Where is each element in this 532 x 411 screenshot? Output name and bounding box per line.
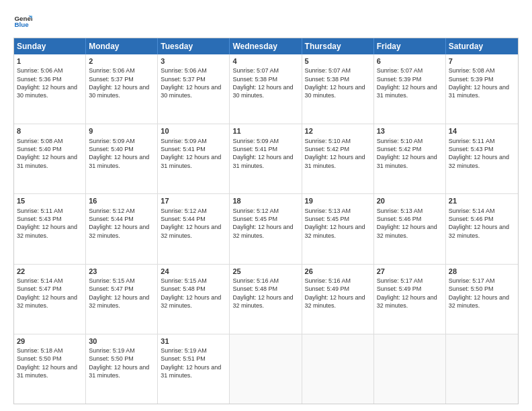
day-number: 8	[17, 126, 83, 136]
calendar-cell: 30 Sunrise: 5:19 AMSunset: 5:50 PMDaylig…	[86, 334, 158, 404]
calendar-cell: 3 Sunrise: 5:06 AMSunset: 5:37 PMDayligh…	[158, 54, 230, 124]
day-number: 10	[161, 126, 226, 136]
day-info: Sunrise: 5:06 AMSunset: 5:37 PMDaylight:…	[161, 67, 221, 99]
calendar-cell: 24 Sunrise: 5:15 AMSunset: 5:48 PMDaylig…	[158, 265, 230, 334]
calendar-cell: 4 Sunrise: 5:07 AMSunset: 5:38 PMDayligh…	[230, 54, 302, 124]
day-number: 21	[449, 196, 515, 205]
day-info: Sunrise: 5:15 AMSunset: 5:48 PMDaylight:…	[161, 277, 221, 309]
day-number: 15	[17, 196, 83, 205]
calendar-week-1: 1 Sunrise: 5:06 AMSunset: 5:36 PMDayligh…	[14, 54, 518, 124]
day-number: 29	[17, 336, 83, 346]
day-info: Sunrise: 5:11 AMSunset: 5:43 PMDaylight:…	[17, 208, 77, 239]
day-info: Sunrise: 5:09 AMSunset: 5:40 PMDaylight:…	[89, 138, 149, 169]
svg-text:Blue: Blue	[14, 21, 29, 28]
calendar-cell: 1 Sunrise: 5:06 AMSunset: 5:36 PMDayligh…	[14, 54, 86, 124]
calendar-week-5: 29 Sunrise: 5:18 AMSunset: 5:50 PMDaylig…	[14, 334, 518, 404]
day-number: 16	[89, 196, 154, 205]
calendar-week-4: 22 Sunrise: 5:14 AMSunset: 5:47 PMDaylig…	[14, 265, 518, 334]
day-number: 2	[89, 56, 154, 66]
calendar-cell: 21 Sunrise: 5:14 AMSunset: 5:46 PMDaylig…	[446, 194, 518, 263]
calendar-cell: 15 Sunrise: 5:11 AMSunset: 5:43 PMDaylig…	[14, 194, 86, 263]
day-info: Sunrise: 5:09 AMSunset: 5:41 PMDaylight:…	[232, 138, 293, 169]
calendar-header-wednesday: Wednesday	[230, 38, 302, 54]
calendar-header-thursday: Thursday	[302, 38, 374, 54]
calendar-cell: 16 Sunrise: 5:12 AMSunset: 5:44 PMDaylig…	[86, 194, 158, 263]
calendar-header-monday: Monday	[86, 38, 158, 54]
day-info: Sunrise: 5:07 AMSunset: 5:39 PMDaylight:…	[377, 67, 437, 99]
day-info: Sunrise: 5:17 AMSunset: 5:49 PMDaylight:…	[377, 277, 437, 309]
day-info: Sunrise: 5:13 AMSunset: 5:45 PMDaylight:…	[305, 208, 365, 239]
day-info: Sunrise: 5:19 AMSunset: 5:50 PMDaylight:…	[89, 347, 149, 379]
calendar-header-row: SundayMondayTuesdayWednesdayThursdayFrid…	[14, 38, 518, 54]
day-info: Sunrise: 5:10 AMSunset: 5:42 PMDaylight:…	[377, 138, 437, 169]
day-number: 30	[89, 336, 154, 346]
day-info: Sunrise: 5:07 AMSunset: 5:38 PMDaylight:…	[305, 67, 365, 99]
calendar-cell: 31 Sunrise: 5:19 AMSunset: 5:51 PMDaylig…	[158, 334, 230, 404]
day-number: 4	[232, 56, 298, 66]
calendar-week-3: 15 Sunrise: 5:11 AMSunset: 5:43 PMDaylig…	[14, 194, 518, 264]
day-info: Sunrise: 5:12 AMSunset: 5:44 PMDaylight:…	[89, 208, 149, 239]
calendar-body: 1 Sunrise: 5:06 AMSunset: 5:36 PMDayligh…	[14, 54, 518, 404]
calendar-cell: 10 Sunrise: 5:09 AMSunset: 5:41 PMDaylig…	[158, 124, 230, 193]
day-number: 1	[17, 56, 83, 66]
day-number: 25	[232, 267, 298, 276]
day-number: 11	[232, 126, 298, 136]
calendar-cell: 2 Sunrise: 5:06 AMSunset: 5:37 PMDayligh…	[86, 54, 158, 124]
day-number: 17	[161, 196, 226, 205]
calendar-cell: 28 Sunrise: 5:17 AMSunset: 5:50 PMDaylig…	[446, 265, 518, 334]
calendar-cell	[302, 334, 374, 404]
day-info: Sunrise: 5:12 AMSunset: 5:44 PMDaylight:…	[161, 208, 221, 239]
day-number: 5	[305, 56, 371, 66]
day-info: Sunrise: 5:13 AMSunset: 5:46 PMDaylight:…	[377, 208, 437, 239]
calendar-cell: 6 Sunrise: 5:07 AMSunset: 5:39 PMDayligh…	[374, 54, 446, 124]
day-number: 28	[449, 267, 515, 276]
calendar-cell: 11 Sunrise: 5:09 AMSunset: 5:41 PMDaylig…	[230, 124, 302, 193]
calendar-cell: 8 Sunrise: 5:08 AMSunset: 5:40 PMDayligh…	[14, 124, 86, 193]
day-info: Sunrise: 5:12 AMSunset: 5:45 PMDaylight:…	[232, 208, 293, 239]
calendar-cell: 7 Sunrise: 5:08 AMSunset: 5:39 PMDayligh…	[446, 54, 518, 124]
calendar-cell	[374, 334, 446, 404]
calendar-header-friday: Friday	[374, 38, 446, 54]
calendar-cell: 29 Sunrise: 5:18 AMSunset: 5:50 PMDaylig…	[14, 334, 86, 404]
day-number: 24	[161, 267, 226, 276]
day-info: Sunrise: 5:17 AMSunset: 5:50 PMDaylight:…	[449, 277, 509, 309]
calendar-cell: 19 Sunrise: 5:13 AMSunset: 5:45 PMDaylig…	[302, 194, 374, 263]
calendar-cell	[446, 334, 518, 404]
calendar-header-saturday: Saturday	[446, 38, 518, 54]
day-number: 26	[305, 267, 371, 276]
day-number: 14	[449, 126, 515, 136]
day-info: Sunrise: 5:07 AMSunset: 5:38 PMDaylight:…	[232, 67, 293, 99]
day-number: 3	[161, 56, 226, 66]
calendar-cell: 22 Sunrise: 5:14 AMSunset: 5:47 PMDaylig…	[14, 265, 86, 334]
day-info: Sunrise: 5:14 AMSunset: 5:47 PMDaylight:…	[17, 277, 77, 309]
calendar-cell: 23 Sunrise: 5:15 AMSunset: 5:47 PMDaylig…	[86, 265, 158, 334]
day-info: Sunrise: 5:14 AMSunset: 5:46 PMDaylight:…	[449, 208, 509, 239]
logo: General Blue	[13, 12, 35, 31]
calendar-cell: 9 Sunrise: 5:09 AMSunset: 5:40 PMDayligh…	[86, 124, 158, 193]
day-info: Sunrise: 5:19 AMSunset: 5:51 PMDaylight:…	[161, 347, 221, 379]
day-number: 27	[377, 267, 443, 276]
calendar-cell: 26 Sunrise: 5:16 AMSunset: 5:49 PMDaylig…	[302, 265, 374, 334]
day-info: Sunrise: 5:09 AMSunset: 5:41 PMDaylight:…	[161, 138, 221, 169]
calendar-header-tuesday: Tuesday	[158, 38, 230, 54]
calendar-cell: 14 Sunrise: 5:11 AMSunset: 5:43 PMDaylig…	[446, 124, 518, 193]
calendar-header-sunday: Sunday	[14, 38, 86, 54]
day-number: 23	[89, 267, 154, 276]
page: General Blue SundayMondayTuesdayWednesda…	[0, 0, 532, 411]
calendar-cell: 25 Sunrise: 5:16 AMSunset: 5:48 PMDaylig…	[230, 265, 302, 334]
calendar-week-2: 8 Sunrise: 5:08 AMSunset: 5:40 PMDayligh…	[14, 124, 518, 194]
logo-icon: General Blue	[13, 12, 32, 31]
day-info: Sunrise: 5:08 AMSunset: 5:39 PMDaylight:…	[449, 67, 509, 99]
day-number: 6	[377, 56, 443, 66]
calendar: SundayMondayTuesdayWednesdayThursdayFrid…	[13, 38, 519, 404]
day-number: 13	[377, 126, 443, 136]
calendar-cell: 5 Sunrise: 5:07 AMSunset: 5:38 PMDayligh…	[302, 54, 374, 124]
day-number: 19	[305, 196, 371, 205]
day-number: 31	[161, 336, 226, 346]
calendar-cell: 17 Sunrise: 5:12 AMSunset: 5:44 PMDaylig…	[158, 194, 230, 263]
day-info: Sunrise: 5:11 AMSunset: 5:43 PMDaylight:…	[449, 138, 509, 169]
day-info: Sunrise: 5:18 AMSunset: 5:50 PMDaylight:…	[17, 347, 77, 379]
day-number: 18	[232, 196, 298, 205]
calendar-cell: 18 Sunrise: 5:12 AMSunset: 5:45 PMDaylig…	[230, 194, 302, 263]
day-info: Sunrise: 5:08 AMSunset: 5:40 PMDaylight:…	[17, 138, 77, 169]
